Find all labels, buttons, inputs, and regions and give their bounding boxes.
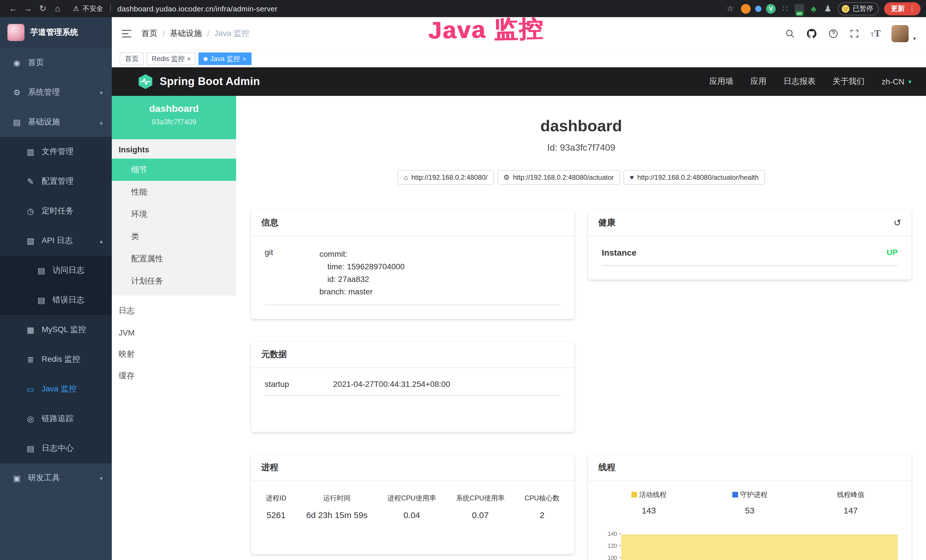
sba-nav-journal[interactable]: 日志报表: [784, 76, 816, 87]
grid-extension-icon[interactable]: ∷: [780, 4, 790, 14]
leaf-extension-icon[interactable]: ♣: [809, 4, 819, 14]
sidebar-item-mysql-monitor[interactable]: ▦ MySQL 监控: [0, 315, 112, 345]
breadcrumb-separator: /: [207, 29, 209, 38]
reload-icon[interactable]: ↻: [35, 0, 50, 17]
hamburger-icon[interactable]: [121, 28, 132, 39]
health-link[interactable]: ♥ http://192.168.0.2:48080/actuator/heal…: [623, 170, 765, 185]
sba-title[interactable]: Spring Boot Admin: [160, 75, 260, 88]
user-avatar[interactable]: [891, 25, 909, 42]
access-log-icon: ▤: [36, 266, 46, 275]
bookmark-star-icon[interactable]: ☆: [724, 0, 736, 17]
forward-icon[interactable]: →: [21, 0, 35, 17]
sba-sidebar: dashboard 93a3fc7f7409 Insights 细节: [112, 96, 236, 560]
threads-card: 线程 活动线程: [588, 455, 911, 560]
sidebar-item-redis-monitor[interactable]: ≣ Redis 监控: [0, 345, 112, 374]
font-size-icon[interactable]: TT: [870, 28, 881, 39]
sidebar-item-scheduled-tasks[interactable]: ◷ 定时任务: [0, 196, 112, 226]
screenshot-root: ← → ↻ ⌂ ⚠ 不安全 dashboard.yudao.iocoder.cn…: [0, 0, 926, 560]
tab-home[interactable]: 首页: [120, 53, 144, 65]
address-bar[interactable]: ⚠ 不安全 dashboard.yudao.iocoder.cn/infra/a…: [73, 4, 277, 14]
locale-selector[interactable]: zh-CN ▾: [882, 77, 911, 86]
side-item-jvm[interactable]: JVM: [112, 322, 236, 344]
vue-devtools-extension-icon[interactable]: V: [766, 4, 776, 14]
drop-extension-icon[interactable]: [755, 5, 761, 12]
sidebar-item-trace[interactable]: ◎ 链路追踪: [0, 404, 112, 434]
security-label: 不安全: [83, 4, 103, 14]
java-monitor-icon: ▭: [26, 384, 35, 394]
sidebar-item-file-manage[interactable]: ▥ 文件管理: [0, 137, 112, 166]
sidebar-item-api-log[interactable]: ▧ API 日志 ▴: [0, 226, 112, 256]
side-item-logs[interactable]: 日志: [112, 300, 236, 322]
instance-home-link[interactable]: ⌂ http://192.168.0.2:48080/: [398, 170, 494, 185]
tab-redis-monitor[interactable]: Redis 监控 ×: [147, 53, 196, 65]
sidebar-item-java-monitor[interactable]: ▭ Java 监控: [0, 374, 112, 404]
history-icon[interactable]: ↺: [893, 217, 901, 228]
side-item-scheduled[interactable]: 计划任务: [112, 270, 236, 292]
app-sidebar: 芋道管理系统 ◉ 首页 ⚙ 系统管理 ▾: [0, 17, 112, 560]
process-stat: 系统CPU使用率 0.07: [456, 493, 505, 520]
toggle-on-extension-icon[interactable]: on: [794, 4, 804, 14]
card-title: 元数据: [261, 349, 287, 360]
thread-stat: 线程峰值 147: [800, 490, 901, 515]
sidebar-item-config-manage[interactable]: ✎ 配置管理: [0, 166, 112, 196]
sidebar-item-error-log[interactable]: ▤ 错误日志: [0, 285, 112, 315]
card-title: 线程: [598, 462, 616, 473]
home-icon: ◉: [12, 58, 22, 67]
search-icon[interactable]: [785, 29, 795, 39]
avatar-caret-icon[interactable]: ▾: [913, 35, 916, 41]
github-icon[interactable]: [806, 28, 817, 39]
metadata-value: 2021-04-27T00:44:31.254+08:00: [333, 380, 450, 389]
sidebar-item-access-log[interactable]: ▤ 访问日志: [0, 256, 112, 285]
axis-tick: 120: [598, 540, 621, 552]
app-logo[interactable]: 芋道管理系统: [0, 17, 112, 48]
side-item-caches[interactable]: 缓存: [112, 365, 236, 387]
log-center-icon: ▤: [26, 444, 35, 453]
fox-extension-icon[interactable]: [741, 4, 750, 14]
sidebar-item-log-center[interactable]: ▤ 日志中心: [0, 434, 112, 463]
browser-update-button[interactable]: 更新 ⋮: [884, 2, 921, 15]
gear-icon: ⚙: [12, 88, 22, 97]
fullscreen-icon[interactable]: [849, 29, 859, 39]
sba-nav-applications[interactable]: 应用: [750, 76, 767, 87]
legend-swatch: [631, 492, 637, 498]
back-icon[interactable]: ←: [6, 0, 21, 17]
browser-menu-icon[interactable]: ⋮: [909, 5, 915, 12]
close-tab-icon[interactable]: ×: [242, 55, 246, 62]
sba-nav-about[interactable]: 关于我们: [833, 76, 865, 87]
instance-header[interactable]: dashboard 93a3fc7f7409: [112, 96, 236, 139]
side-item-classes[interactable]: 类: [112, 226, 236, 248]
locale-label: zh-CN: [882, 77, 904, 86]
breadcrumb-infrastructure[interactable]: 基础设施: [170, 29, 202, 39]
axis-tick: 100: [598, 552, 621, 560]
wrench-link-icon: ⚙: [503, 173, 510, 182]
side-item-performance[interactable]: 性能: [112, 181, 236, 203]
submenu-arrow-icon: ▾: [100, 475, 103, 481]
thread-stat: 活动线程 143: [598, 490, 699, 515]
side-item-config-props[interactable]: 配置属性: [112, 248, 236, 270]
profile-paused-badge[interactable]: 已暂停: [838, 2, 879, 15]
breadcrumb-home[interactable]: 首页: [141, 29, 157, 39]
side-item-mappings[interactable]: 映射: [112, 344, 236, 365]
url-divider: [110, 5, 110, 12]
sba-logo-icon[interactable]: [138, 74, 153, 89]
api-log-icon: ▧: [26, 236, 35, 245]
submenu-arrow-icon: ▴: [100, 119, 103, 125]
side-item-environment[interactable]: 环境: [112, 203, 236, 226]
instance-id: 93a3fc7f7409: [112, 118, 236, 126]
info-card: 信息 git commit: time: 15962: [251, 210, 574, 319]
instance-id-line: Id: 93a3fc7f7409: [236, 143, 926, 153]
help-icon[interactable]: [828, 29, 838, 39]
sidebar-item-system-manage[interactable]: ⚙ 系统管理 ▾: [0, 77, 112, 107]
close-tab-icon[interactable]: ×: [187, 55, 191, 62]
sidebar-item-infrastructure[interactable]: ▤ 基础设施 ▴: [0, 107, 112, 137]
actuator-link[interactable]: ⚙ http://192.168.0.2:48080/actuator: [497, 170, 620, 185]
sidebar-item-home[interactable]: ◉ 首页: [0, 48, 112, 77]
dev-tools-icon: ▣: [12, 474, 22, 483]
sidebar-item-dev-tools[interactable]: ▣ 研发工具 ▾: [0, 463, 112, 493]
home-icon[interactable]: ⌂: [50, 0, 65, 17]
sba-nav-applications-wall[interactable]: 应用墙: [710, 76, 734, 87]
side-item-details[interactable]: 细节: [112, 159, 236, 181]
puzzle-extension-icon[interactable]: ♟: [823, 4, 833, 14]
update-label: 更新: [891, 4, 905, 14]
tab-java-monitor[interactable]: Java 监控 ×: [199, 53, 251, 65]
